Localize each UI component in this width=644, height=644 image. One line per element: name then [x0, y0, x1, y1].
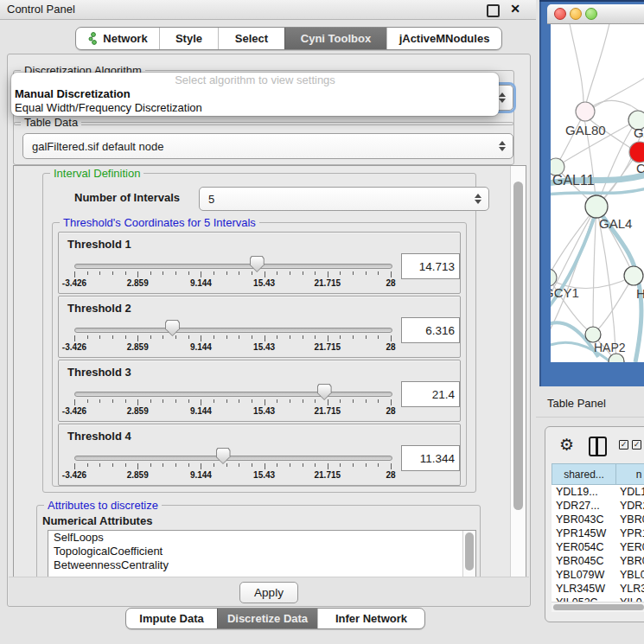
- table-cell[interactable]: YDL19...: [552, 485, 618, 499]
- close-icon[interactable]: ✕: [510, 2, 520, 16]
- tick-label: 21.715: [315, 470, 341, 480]
- table-cell[interactable]: YBR0: [615, 554, 644, 568]
- tick-label: 15.43: [253, 342, 275, 352]
- threshold-2-slider-thumb[interactable]: [165, 320, 180, 336]
- tick-mark: [391, 335, 392, 341]
- table-cell[interactable]: YLR3: [615, 582, 644, 596]
- tick-labels: -3.4262.8599.14415.4321.71528: [74, 462, 391, 472]
- numerical-attributes-label: Numerical Attributes: [42, 514, 152, 527]
- tick-label: 21.715: [315, 406, 341, 416]
- attributes-group: Attributes to discretize Numerical Attri…: [36, 505, 481, 578]
- zoom-traffic-light-icon[interactable]: [585, 8, 597, 20]
- tab-cyni-toolbox-label: Cyni Toolbox: [301, 32, 371, 45]
- num-intervals-combobox[interactable]: 5: [199, 187, 489, 211]
- table-cell[interactable]: YDL1: [615, 485, 644, 499]
- table-cell[interactable]: YPR145W: [552, 526, 618, 540]
- tab-network[interactable]: Network: [76, 28, 159, 49]
- algorithm-option-manual[interactable]: Manual Discretization: [11, 87, 499, 101]
- tick-mark: [391, 463, 392, 469]
- apply-strip: Apply: [9, 577, 529, 606]
- table-cell[interactable]: YBR045C: [552, 554, 618, 568]
- tick-label: 2.859: [127, 278, 149, 288]
- list-item[interactable]: TopologicalCoefficient: [48, 545, 475, 558]
- panel-title: Control Panel: [7, 3, 75, 16]
- table-cell[interactable]: YBL079W: [552, 568, 618, 582]
- column-header-name[interactable]: n: [615, 463, 644, 485]
- thresholds-group: Threshold's Coordinates for 5 Intervals …: [52, 222, 467, 487]
- node-pink[interactable]: [576, 102, 595, 121]
- table-cell[interactable]: YLR345W: [552, 582, 618, 596]
- tab-jactivemnodules[interactable]: jActiveMNodules: [386, 28, 501, 49]
- node-label: GA: [634, 125, 644, 140]
- table-panel-title: Table Panel: [547, 397, 606, 410]
- checkbox-icon[interactable]: ✓: [632, 440, 641, 450]
- table-cell[interactable]: YBR043C: [552, 513, 618, 526]
- list-scrollbar-thumb[interactable]: [465, 532, 474, 571]
- interval-definition-title: Interval Definition: [50, 167, 143, 180]
- split-table-icon[interactable]: [589, 437, 607, 456]
- table-horizontal-scrollbar[interactable]: [552, 602, 644, 612]
- node-label: C: [636, 161, 644, 175]
- threshold-3-slider-track[interactable]: [74, 392, 392, 397]
- table-data-combobox[interactable]: galFiltered.sif default node: [22, 133, 513, 159]
- thresholds-group-title: Threshold's Coordinates for 5 Intervals: [60, 216, 259, 229]
- threshold-1-slider-track[interactable]: [74, 264, 392, 269]
- table-cell[interactable]: YBR0: [615, 513, 644, 526]
- tab-impute-data[interactable]: Impute Data: [126, 609, 217, 628]
- gear-icon[interactable]: ⚙: [559, 437, 574, 453]
- tab-style[interactable]: Style: [159, 28, 218, 49]
- table-cell[interactable]: YDR2: [615, 499, 644, 513]
- table-cell[interactable]: YBL0: [615, 568, 644, 582]
- float-window-icon[interactable]: [487, 4, 500, 17]
- tab-discretize-data-label: Discretize Data: [227, 612, 308, 625]
- node-h[interactable]: [624, 266, 643, 285]
- algorithm-option-equal-width[interactable]: Equal Width/Frequency Discretization: [11, 101, 499, 115]
- tick-label: -3.426: [62, 470, 86, 480]
- tick-label: 15.43: [253, 278, 275, 288]
- threshold-1-value-field[interactable]: 14.713: [401, 253, 460, 279]
- tick-label: 28: [386, 406, 395, 416]
- list-item[interactable]: BetweennessCentrality: [48, 558, 475, 572]
- list-scrollbar[interactable]: [462, 531, 475, 577]
- close-traffic-light-icon[interactable]: [554, 8, 566, 20]
- node-red-selected[interactable]: [629, 142, 644, 163]
- threshold-3-value-field[interactable]: 21.4: [401, 381, 460, 407]
- apply-button[interactable]: Apply: [239, 582, 298, 603]
- threshold-1-slider-thumb[interactable]: [250, 256, 265, 272]
- list-item[interactable]: SelfLoops: [48, 531, 475, 545]
- control-panel-titlebar: Control Panel ✕: [0, 0, 536, 20]
- settings-scrollbar-thumb[interactable]: [513, 182, 523, 510]
- network-node-labels: GAL80 GA C GAL11 GAL4 GCY1 H HAP2: [551, 123, 644, 354]
- network-window-titlebar: [547, 4, 644, 24]
- table-cell[interactable]: YIL0: [615, 596, 644, 602]
- threshold-3-slider-thumb[interactable]: [317, 384, 332, 400]
- table-cell[interactable]: YIL052C: [552, 596, 618, 602]
- tab-discretize-data[interactable]: Discretize Data: [217, 609, 317, 628]
- tick-labels: -3.4262.8599.14415.4321.71528: [74, 270, 391, 280]
- threshold-4-panel: Threshold 4 -3.4262.8599.14415.4321.7152…: [58, 424, 461, 486]
- column-header-shared-name[interactable]: shared...: [552, 463, 616, 485]
- table-cell[interactable]: YER0: [615, 540, 644, 554]
- threshold-4-value-field[interactable]: 11.344: [401, 445, 460, 471]
- table-scrollbar-thumb[interactable]: [553, 604, 644, 610]
- table-data-value: galFiltered.sif default node: [32, 140, 163, 153]
- threshold-4-slider-thumb[interactable]: [216, 448, 231, 464]
- minimize-traffic-light-icon[interactable]: [570, 8, 582, 20]
- table-cell[interactable]: YPR1: [615, 526, 644, 540]
- node-gal4[interactable]: [585, 195, 608, 218]
- table-cell[interactable]: YER054C: [552, 540, 618, 554]
- table-cell[interactable]: YDR27...: [552, 499, 618, 513]
- checkbox-icon[interactable]: ✓: [619, 440, 628, 450]
- settings-scrollbar[interactable]: [510, 166, 526, 577]
- threshold-4-slider-track[interactable]: [74, 456, 392, 461]
- threshold-2-slider-track[interactable]: [74, 328, 392, 333]
- network-canvas[interactable]: GAL80 GA C GAL11 GAL4 GCY1 H HAP2: [551, 24, 644, 362]
- node-label: H: [636, 286, 644, 301]
- algorithm-popup: Select algorithm to view settings Manual…: [11, 73, 499, 116]
- algorithm-popup-hint: Select algorithm to view settings: [11, 73, 499, 87]
- threshold-2-value-field[interactable]: 6.316: [401, 317, 460, 343]
- table-data-group: Table Data galFiltered.sif default node: [13, 122, 514, 165]
- tab-select[interactable]: Select: [218, 28, 284, 49]
- tab-infer-network[interactable]: Infer Network: [317, 609, 424, 628]
- tab-cyni-toolbox[interactable]: Cyni Toolbox: [284, 28, 386, 49]
